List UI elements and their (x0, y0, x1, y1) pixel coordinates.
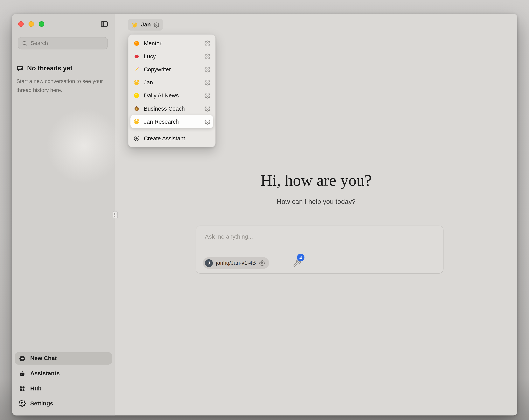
tools-button[interactable]: 4 (293, 257, 307, 269)
model-name: janhq/Jan-v1-4B (216, 260, 256, 266)
traffic-lights (18, 21, 44, 27)
assistant-selector[interactable]: Jan (128, 19, 163, 30)
plus-circle-outline-icon (133, 135, 140, 142)
assistant-selector-label: Jan (141, 21, 151, 28)
sidebar-decor-blob (46, 108, 122, 184)
yellow-circle-icon (133, 92, 140, 99)
chat-input[interactable] (205, 233, 434, 250)
wave-icon (132, 21, 138, 28)
assistant-menu-item-jan-research[interactable]: Jan Research (131, 115, 213, 128)
wave-icon (133, 79, 140, 86)
desktop: No threads yet Start a new conversation … (0, 0, 529, 420)
assistant-item-settings-icon[interactable] (205, 119, 210, 124)
model-selector[interactable]: J janhq/Jan-v1-4B (203, 257, 269, 269)
assistant-menu-list: Mentor Lucy Copywriter Jan Daily AI News… (131, 37, 213, 128)
assistant-menu-item-label: Business Coach (144, 105, 201, 112)
assistant-menu-item-label: Lucy (144, 53, 201, 60)
wave-icon (133, 118, 140, 125)
assistant-item-settings-icon[interactable] (205, 67, 210, 72)
sidebar-nav: New Chat Assistants Hub Settings (15, 352, 112, 410)
main-area: Jan Mentor Lucy Copywriter Jan Daily AI … (115, 14, 517, 416)
sidebar: No threads yet Start a new conversation … (12, 14, 115, 416)
close-button[interactable] (18, 21, 24, 27)
sidebar-nav-label: Assistants (30, 370, 60, 377)
assistant-menu-item-label: Jan Research (144, 118, 201, 125)
assistant-menu-item-label: Mentor (144, 40, 201, 47)
sidebar-nav-label: New Chat (30, 355, 57, 362)
greeting-title: Hi, how are you? (115, 171, 517, 190)
menu-divider (132, 130, 212, 130)
sidebar-nav-label: Settings (30, 400, 53, 407)
plus-circle-icon (18, 355, 26, 362)
minimize-button[interactable] (28, 21, 34, 27)
assistant-menu-item-label: Copywriter (144, 66, 201, 73)
gear-dark-icon (18, 400, 26, 407)
assistant-menu-item-lucy[interactable]: Lucy (131, 50, 213, 63)
create-assistant-label: Create Assistant (144, 135, 211, 142)
assistant-item-settings-icon[interactable] (205, 54, 210, 59)
assistant-menu-item-jan[interactable]: Jan (131, 76, 213, 89)
assistant-item-settings-icon[interactable] (205, 106, 210, 111)
sidebar-item-new-chat[interactable]: New Chat (15, 352, 112, 365)
assistant-menu-item-label: Jan (144, 79, 201, 86)
sidebar-item-assistants[interactable]: Assistants (15, 367, 112, 380)
assistant-menu-item-business-coach[interactable]: $ Business Coach (131, 102, 213, 115)
orange-circle-icon (133, 40, 140, 47)
search-input[interactable] (30, 40, 104, 46)
pencil-icon (133, 66, 140, 73)
svg-text:$: $ (136, 107, 138, 110)
assistants-icon (18, 370, 26, 377)
chat-composer: J janhq/Jan-v1-4B 4 (196, 226, 443, 274)
moneybag-icon: $ (133, 105, 140, 112)
assistant-menu-item-label: Daily AI News (144, 92, 201, 99)
tools-count-badge: 4 (297, 254, 304, 261)
greeting-subtitle: How can I help you today? (115, 198, 517, 206)
assistant-item-settings-icon[interactable] (205, 93, 210, 98)
assistant-menu-item-daily-ai-news[interactable]: Daily AI News (131, 89, 213, 102)
assistant-menu-item-mentor[interactable]: Mentor (131, 37, 213, 50)
chat-bubble-icon (16, 65, 24, 72)
create-assistant-item[interactable]: Create Assistant (131, 132, 213, 145)
search-field (18, 37, 108, 50)
sidebar-item-settings[interactable]: Settings (15, 398, 112, 410)
app-window: No threads yet Start a new conversation … (12, 14, 517, 416)
sidebar-nav-label: Hub (30, 385, 41, 392)
empty-state-subtitle: Start a new conversation to see your thr… (16, 77, 103, 95)
empty-state-title: No threads yet (27, 65, 72, 72)
assistant-menu-item-copywriter[interactable]: Copywriter (131, 63, 213, 76)
model-avatar: J (205, 259, 213, 267)
model-settings-icon[interactable] (259, 260, 265, 266)
assistant-item-settings-icon[interactable] (205, 80, 210, 85)
sidebar-resize-handle[interactable] (113, 211, 118, 218)
assistant-item-settings-icon[interactable] (205, 40, 210, 46)
search-icon (22, 40, 28, 46)
sidebar-item-hub[interactable]: Hub (15, 382, 112, 395)
assistant-menu: Mentor Lucy Copywriter Jan Daily AI News… (128, 34, 216, 147)
assistant-settings-icon[interactable] (154, 22, 159, 27)
hub-icon (18, 385, 26, 392)
zoom-button[interactable] (39, 21, 44, 27)
empty-state-header: No threads yet (16, 65, 73, 72)
sidebar-toggle-icon[interactable] (100, 20, 109, 28)
apple-icon (133, 53, 140, 60)
